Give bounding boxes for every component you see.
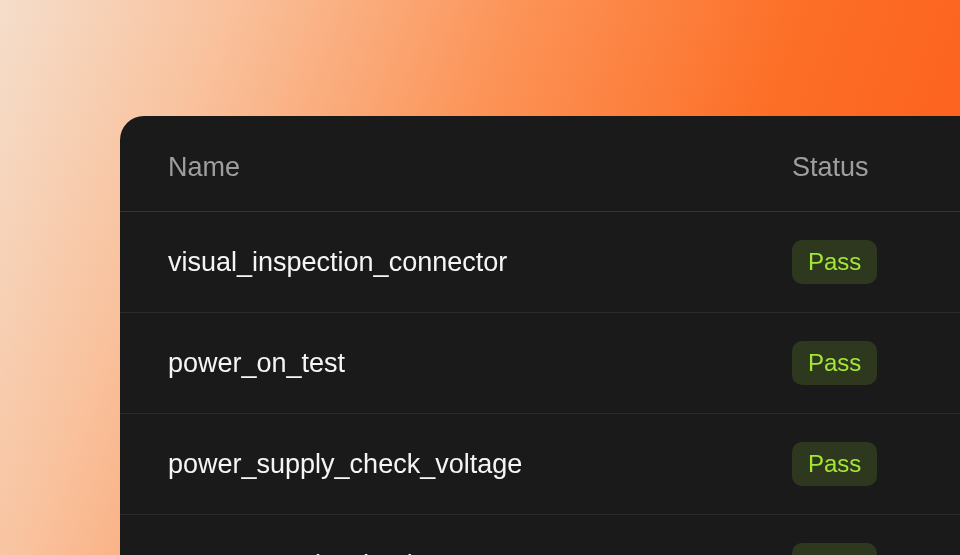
- results-table: Name Status visual_inspection_connector …: [120, 152, 960, 555]
- status-badge: Pass: [792, 341, 877, 385]
- table-row[interactable]: visual_inspection_connector Pass: [120, 212, 960, 313]
- column-header-name: Name: [168, 152, 240, 182]
- status-badge: Pass: [792, 442, 877, 486]
- table-row[interactable]: power_supply_check_current Pass: [120, 515, 960, 555]
- column-header-status: Status: [792, 152, 869, 182]
- test-name: power_supply_check_current: [168, 550, 792, 556]
- table-row[interactable]: power_on_test Pass: [120, 313, 960, 414]
- test-name: power_on_test: [168, 348, 792, 379]
- table-header-row: Name Status: [120, 152, 960, 212]
- status-badge: Pass: [792, 543, 877, 555]
- table-row[interactable]: power_supply_check_voltage Pass: [120, 414, 960, 515]
- test-name: visual_inspection_connector: [168, 247, 792, 278]
- test-name: power_supply_check_voltage: [168, 449, 792, 480]
- results-card: Name Status visual_inspection_connector …: [120, 116, 960, 555]
- status-badge: Pass: [792, 240, 877, 284]
